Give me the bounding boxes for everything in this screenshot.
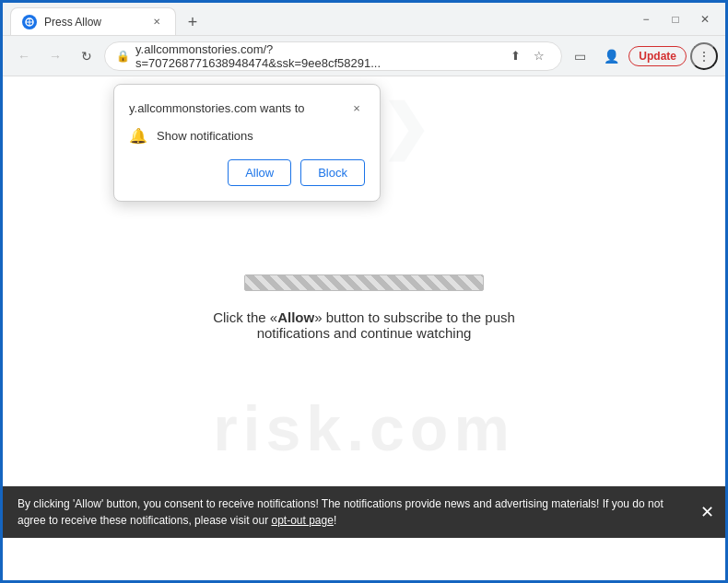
tab-title: Press Allow (44, 16, 142, 29)
popup-buttons: Allow Block (129, 159, 365, 186)
subscribe-text: Click the «Allow» button to subscribe to… (183, 309, 545, 341)
window-controls: − □ ✕ (633, 6, 718, 32)
lock-icon: 🔒 (116, 50, 130, 63)
allow-emphasis: Allow (277, 309, 314, 325)
popup-close-button[interactable]: × (348, 99, 365, 116)
block-button[interactable]: Block (300, 159, 365, 186)
bottom-consent-bar: By clicking 'Allow' button, you consent … (3, 486, 725, 538)
share-icon[interactable]: ⬆ (504, 45, 526, 67)
restore-button[interactable]: □ (663, 6, 688, 32)
bell-icon: 🔔 (129, 127, 147, 145)
watermark-text: risk.com (213, 392, 515, 464)
tab-strip-icon[interactable]: ▭ (566, 42, 593, 70)
back-button[interactable]: ← (10, 42, 38, 70)
consent-text: By clicking 'Allow' button, you consent … (18, 497, 663, 527)
progress-bar (244, 274, 484, 291)
popup-notification-row: 🔔 Show notifications (129, 127, 365, 145)
minimize-button[interactable]: − (633, 6, 659, 32)
url-text: y.allcommonstories.com/?s=70726877163894… (135, 42, 499, 70)
notification-label: Show notifications (157, 129, 253, 143)
notification-popup: y.allcommonstories.com wants to × 🔔 Show… (113, 84, 381, 202)
bottom-bar-close-button[interactable]: ✕ (700, 500, 714, 525)
address-bar: ← → ↻ 🔒 y.allcommonstories.com/?s=707268… (3, 36, 725, 76)
bookmark-icon[interactable]: ☆ (528, 45, 550, 67)
popup-header: y.allcommonstories.com wants to × (129, 99, 365, 116)
popup-title: y.allcommonstories.com wants to (129, 101, 305, 115)
url-actions: ⬆ ☆ (504, 45, 550, 67)
forward-button[interactable]: → (41, 42, 69, 70)
url-bar[interactable]: 🔒 y.allcommonstories.com/?s=707268771638… (104, 41, 562, 71)
close-button[interactable]: ✕ (692, 6, 718, 32)
allow-button[interactable]: Allow (228, 159, 291, 186)
page-content: ❯ risk.com Click the «Allow» button to s… (3, 76, 725, 538)
title-bar: Press Allow ✕ + − □ ✕ (3, 3, 725, 36)
reload-button[interactable]: ↻ (73, 42, 100, 70)
new-tab-button[interactable]: + (180, 9, 205, 35)
profile-icon[interactable]: 👤 (597, 42, 625, 70)
progress-area: Click the «Allow» button to subscribe to… (183, 274, 545, 341)
menu-button[interactable]: ⋮ (690, 42, 718, 70)
tab-close-button[interactable]: ✕ (149, 15, 164, 29)
tab-area: Press Allow ✕ + (10, 3, 633, 35)
active-tab[interactable]: Press Allow ✕ (10, 7, 176, 35)
opt-out-link[interactable]: opt-out page (271, 514, 333, 527)
update-button[interactable]: Update (628, 46, 687, 66)
browser-right-controls: ▭ 👤 Update ⋮ (566, 42, 718, 70)
tab-favicon (22, 15, 37, 29)
consent-text-end: ! (334, 514, 336, 527)
